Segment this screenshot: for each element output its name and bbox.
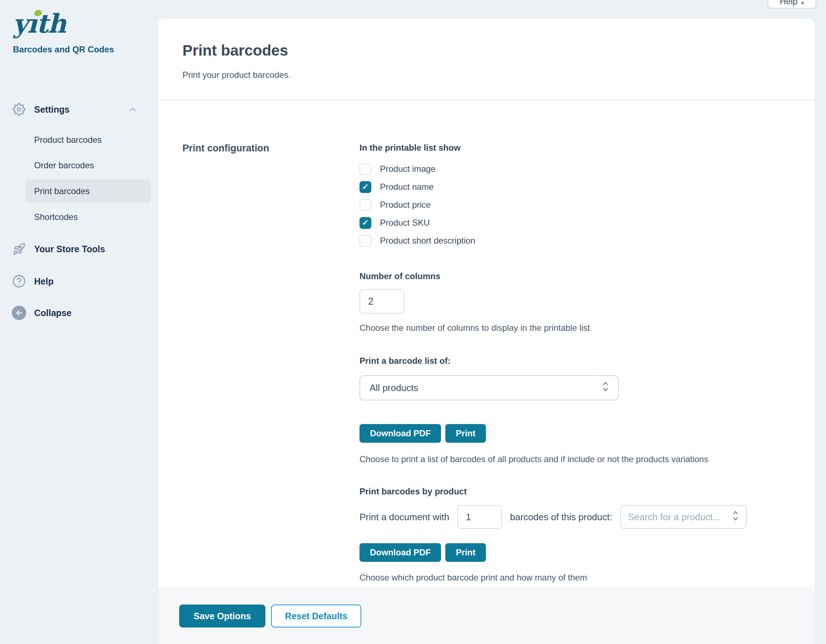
sidebar: yıth Barcodes and QR Codes Settings Prod… — [0, 0, 158, 644]
section-title: Print configuration — [182, 143, 360, 154]
checkbox-label: Product price — [380, 200, 431, 210]
sidebar-collapse[interactable]: Collapse — [0, 303, 158, 323]
sidebar-item-label: Settings — [34, 104, 70, 115]
columns-help: Choose the number of columns to display … — [360, 323, 815, 333]
help-dropdown-button[interactable]: Help ▾ — [767, 0, 816, 9]
download-pdf-button[interactable]: Download PDF — [360, 424, 441, 443]
printable-list-options: Product image Product name Product price… — [360, 160, 815, 250]
checkbox-product-sku[interactable] — [360, 217, 371, 229]
plugin-name: Barcodes and QR Codes — [13, 45, 114, 54]
checkbox-row-product-name[interactable]: Product name — [360, 178, 815, 196]
checkbox-product-name[interactable] — [360, 181, 371, 193]
settings-panel: Print barcodes Print your product barcod… — [158, 19, 815, 588]
print-button[interactable]: Print — [445, 543, 486, 562]
checkbox-label: Product name — [380, 182, 433, 192]
yith-logo-text: yıth — [13, 11, 114, 37]
collapse-arrow-icon — [12, 306, 26, 320]
by-product-label: Print barcodes by product — [360, 486, 815, 497]
save-options-button[interactable]: Save Options — [179, 605, 266, 627]
sidebar-item-product-barcodes[interactable]: Product barcodes — [26, 128, 151, 152]
checkbox-label: Product SKU — [380, 218, 430, 228]
selected-option: All products — [370, 382, 418, 393]
sidebar-item-print-barcodes[interactable]: Print barcodes — [26, 180, 151, 203]
by-product-row: Print a document with barcodes of this p… — [360, 505, 815, 529]
subnav-label: Order barcodes — [26, 160, 94, 170]
sidebar-item-your-store-tools[interactable]: Your Store Tools — [0, 239, 158, 259]
yith-logo: yıth Barcodes and QR Codes — [13, 11, 114, 54]
checkbox-row-product-sku[interactable]: Product SKU — [360, 214, 815, 232]
sidebar-item-label: Collapse — [34, 308, 71, 318]
by-product-actions: Download PDF Print — [360, 543, 815, 562]
download-pdf-button[interactable]: Download PDF — [360, 543, 441, 562]
by-product-middle: barcodes of this product: — [510, 512, 612, 523]
checkbox-label: Product image — [380, 164, 436, 174]
chevron-down-icon: ▾ — [801, 0, 804, 6]
reset-defaults-button[interactable]: Reset Defaults — [271, 605, 362, 627]
select-updown-icon — [601, 381, 610, 395]
barcode-list-label: Print a barcode list of: — [360, 356, 815, 366]
chevron-up-icon — [127, 104, 138, 115]
print-button[interactable]: Print — [445, 424, 486, 443]
by-product-prefix: Print a document with — [360, 512, 449, 523]
columns-label: Number of columns — [360, 271, 815, 281]
printable-list-label: In the printable list show — [360, 143, 815, 153]
sidebar-item-order-barcodes[interactable]: Order barcodes — [26, 153, 151, 177]
sidebar-item-label: Help — [34, 276, 53, 286]
subnav-label: Print barcodes — [26, 186, 90, 196]
checkbox-row-product-price[interactable]: Product price — [360, 196, 815, 214]
checkbox-product-price[interactable] — [360, 199, 371, 211]
sidebar-item-settings[interactable]: Settings — [0, 99, 158, 119]
help-circle-icon — [12, 274, 26, 288]
checkbox-product-short-description[interactable] — [360, 235, 371, 247]
gear-icon — [12, 102, 26, 117]
by-product-help: Choose which product barcode print and h… — [360, 573, 815, 583]
sidebar-item-label: Your Store Tools — [34, 244, 105, 254]
product-search-placeholder: Search for a product... — [628, 512, 720, 523]
page-subtitle: Print your product barcodes. — [182, 70, 815, 80]
checkbox-row-product-image[interactable]: Product image — [360, 160, 815, 178]
subnav-label: Product barcodes — [26, 135, 102, 145]
rocket-icon — [12, 242, 26, 256]
checkbox-row-product-short-description[interactable]: Product short description — [360, 232, 815, 250]
help-button-label: Help — [780, 0, 797, 6]
sidebar-item-shortcodes[interactable]: Shortcodes — [26, 205, 151, 229]
subnav-label: Shortcodes — [26, 212, 78, 222]
panel-footer: Save Options Reset Defaults — [158, 588, 815, 644]
quantity-input[interactable] — [457, 505, 502, 529]
page-title: Print barcodes — [182, 42, 815, 59]
checkbox-product-image[interactable] — [360, 163, 371, 175]
barcode-list-help: Choose to print a list of barcodes of al… — [360, 454, 815, 464]
panel-header: Print barcodes Print your product barcod… — [158, 19, 815, 101]
checkbox-label: Product short description — [380, 236, 475, 246]
product-search-select[interactable]: Search for a product... — [620, 505, 747, 529]
select-updown-icon — [731, 510, 740, 525]
columns-input[interactable] — [360, 289, 404, 314]
sidebar-item-help[interactable]: Help — [0, 271, 158, 291]
barcode-list-select[interactable]: All products — [360, 375, 619, 400]
barcode-list-actions: Download PDF Print — [360, 424, 815, 443]
